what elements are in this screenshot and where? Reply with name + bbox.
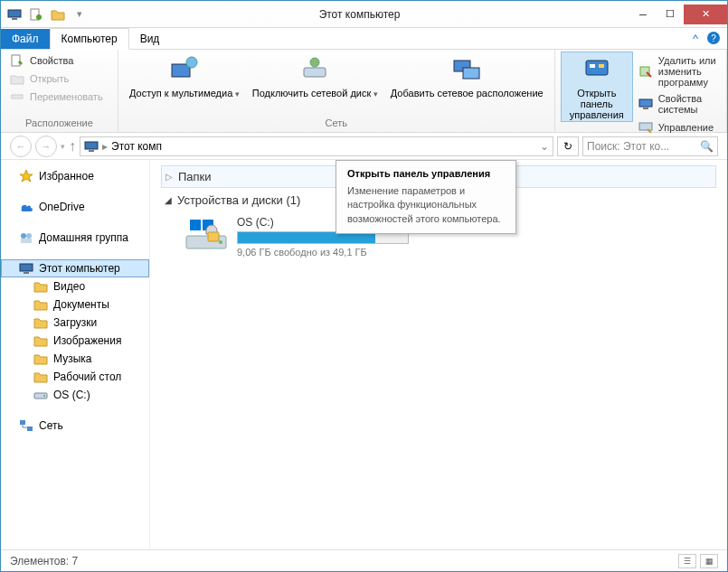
search-icon: 🔍 xyxy=(700,140,714,153)
rename-icon xyxy=(10,89,24,104)
nav-back-button[interactable]: ← xyxy=(10,136,32,157)
manage-label: Управление xyxy=(658,122,714,133)
address-bar[interactable]: ▸ Этот комп ⌄ xyxy=(80,136,553,156)
sidebar-documents[interactable]: Документы xyxy=(1,295,149,314)
nav-up-button[interactable]: ↑ xyxy=(69,138,76,155)
svg-rect-1 xyxy=(12,18,17,20)
uninstall-button[interactable]: Удалить или изменить программу xyxy=(635,53,721,89)
open-icon xyxy=(10,71,24,86)
sidebar-onedrive[interactable]: OneDrive xyxy=(1,198,149,216)
qat-pc-icon[interactable] xyxy=(5,5,24,24)
control-panel-icon xyxy=(582,55,611,84)
sidebar-downloads[interactable]: Загрузки xyxy=(1,314,149,332)
rename-label: Переименовать xyxy=(30,91,103,102)
tab-computer[interactable]: Компьютер xyxy=(50,28,129,50)
window-title: Этот компьютер xyxy=(90,8,629,21)
qat-dropdown-icon[interactable]: ▾ xyxy=(70,5,90,24)
pc-icon xyxy=(84,139,99,154)
folder-icon xyxy=(33,352,48,366)
address-text: Этот комп xyxy=(111,140,162,153)
group-location-label: Расположение xyxy=(6,116,112,132)
map-netdrive-button[interactable]: Подключить сетевой диск xyxy=(247,52,383,100)
open-button: Открыть xyxy=(6,70,112,88)
svg-rect-5 xyxy=(12,95,23,98)
svg-rect-24 xyxy=(20,264,33,271)
sidebar-homegroup[interactable]: Домашняя группа xyxy=(1,229,149,247)
control-panel-label: Открыть панель управления xyxy=(566,88,628,120)
svg-point-3 xyxy=(36,14,42,20)
drive-free-text: 9,06 ГБ свободно из 49,1 ГБ xyxy=(237,247,409,258)
ribbon-collapse-icon[interactable]: ^ xyxy=(693,32,698,45)
help-icon[interactable]: ? xyxy=(707,32,720,44)
onedrive-icon xyxy=(19,200,33,214)
rename-button: Переименовать xyxy=(6,88,112,106)
svg-point-31 xyxy=(219,240,222,244)
svg-rect-14 xyxy=(599,64,604,68)
group-network-label: Сеть xyxy=(124,116,549,132)
svg-rect-23 xyxy=(21,239,32,243)
svg-rect-16 xyxy=(639,99,652,107)
svg-rect-11 xyxy=(463,68,479,79)
content-pane: ▷ Папки ◢ Устройства и диски (1) OS (C:) xyxy=(150,160,727,549)
svg-rect-17 xyxy=(643,108,648,109)
sidebar-network[interactable]: Сеть xyxy=(1,417,149,435)
maximize-button[interactable]: ☐ xyxy=(657,5,684,24)
folder-icon xyxy=(33,315,48,330)
sidebar-music[interactable]: Музыка xyxy=(1,350,149,368)
media-icon xyxy=(170,55,199,84)
sidebar: Избранное OneDrive Домашняя группа Этот … xyxy=(1,160,150,549)
sysprops-label: Свойства системы xyxy=(658,93,717,115)
svg-rect-25 xyxy=(24,272,29,274)
svg-point-21 xyxy=(21,233,26,239)
qat-properties-icon[interactable] xyxy=(26,5,46,24)
search-input[interactable]: Поиск: Этот ко... 🔍 xyxy=(582,136,718,156)
sidebar-pictures[interactable]: Изображения xyxy=(1,332,149,350)
refresh-button[interactable]: ↻ xyxy=(557,136,579,156)
svg-point-9 xyxy=(310,58,319,67)
tab-file[interactable]: Файл xyxy=(1,29,50,49)
control-panel-button[interactable]: Открыть панель управления xyxy=(561,52,633,122)
svg-rect-32 xyxy=(190,220,201,230)
collapse-triangle-icon: ▷ xyxy=(165,172,173,182)
sidebar-thispc[interactable]: Этот компьютер xyxy=(1,259,149,277)
nav-forward-button[interactable]: → xyxy=(35,136,57,157)
control-panel-tooltip: Открыть панель управления Изменение пара… xyxy=(336,160,516,234)
svg-point-7 xyxy=(186,57,197,68)
tab-view[interactable]: Вид xyxy=(129,29,171,49)
folder-icon xyxy=(33,333,48,348)
system-props-button[interactable]: Свойства системы xyxy=(635,91,721,117)
sidebar-videos[interactable]: Видео xyxy=(1,277,149,295)
sidebar-desktop[interactable]: Рабочий стол xyxy=(1,368,149,386)
properties-label: Свойства xyxy=(30,55,73,66)
svg-rect-12 xyxy=(586,61,608,75)
sysprops-icon xyxy=(638,97,653,111)
status-item-count: Элементов: 7 xyxy=(10,555,78,567)
close-button[interactable]: ✕ xyxy=(684,5,727,24)
pc-icon xyxy=(19,261,33,276)
media-access-button[interactable]: Доступ к мультимедиа xyxy=(124,52,245,100)
expand-triangle-icon: ◢ xyxy=(165,195,172,205)
sidebar-favorites[interactable]: Избранное xyxy=(1,167,149,185)
uninstall-icon xyxy=(638,64,653,79)
qat-newfolder-icon[interactable] xyxy=(48,5,68,24)
open-label: Открыть xyxy=(30,73,69,84)
view-tiles-icon[interactable]: ▦ xyxy=(700,554,718,568)
svg-rect-4 xyxy=(12,55,20,66)
svg-rect-0 xyxy=(8,10,21,17)
sidebar-osc[interactable]: OS (C:) xyxy=(1,386,149,404)
media-label: Доступ к мультимедиа xyxy=(129,88,240,98)
tooltip-title: Открыть панель управления xyxy=(347,168,505,179)
nav-recent-dropdown[interactable]: ▾ xyxy=(61,142,65,151)
netdrive-label: Подключить сетевой диск xyxy=(252,88,378,98)
minimize-button[interactable]: ─ xyxy=(629,5,657,24)
star-icon xyxy=(19,169,33,183)
properties-button[interactable]: Свойства xyxy=(6,52,112,70)
uninstall-label: Удалить или изменить программу xyxy=(658,55,717,88)
svg-point-27 xyxy=(43,395,45,397)
netdrive-icon xyxy=(300,55,329,84)
view-details-icon[interactable]: ☰ xyxy=(678,554,696,568)
add-netloc-button[interactable]: Добавить сетевое расположение xyxy=(385,52,549,100)
folder-icon xyxy=(33,279,48,294)
netloc-icon xyxy=(452,55,481,84)
folder-icon xyxy=(33,370,48,384)
